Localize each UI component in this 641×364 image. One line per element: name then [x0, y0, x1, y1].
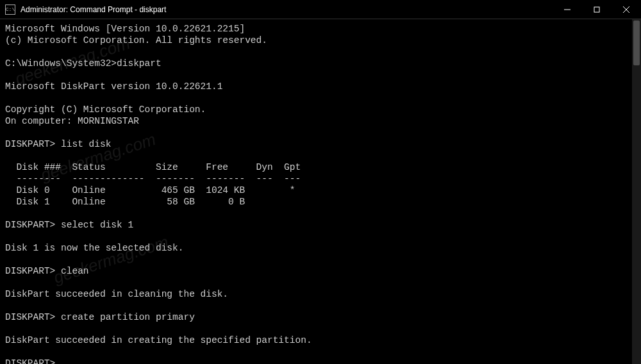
terminal-output[interactable]: Microsoft Windows [Version 10.0.22621.22…	[0, 19, 641, 364]
diskpart-prompt: DISKPART>	[5, 220, 55, 230]
titlebar: C:\ Administrator: Command Prompt - disk…	[0, 0, 641, 19]
close-button[interactable]	[612, 0, 641, 19]
command-select-disk: select disk 1	[61, 220, 133, 230]
window-title: Administrator: Command Prompt - diskpart	[21, 5, 553, 14]
diskpart-prompt: DISKPART>	[5, 358, 55, 364]
minimize-button[interactable]	[553, 0, 582, 19]
create-result: DiskPart succeeded in creating the speci…	[5, 335, 312, 345]
cmd-icon: C:\	[5, 4, 15, 15]
command-diskpart: diskpart	[117, 58, 162, 69]
window-controls	[553, 0, 641, 19]
clean-result: DiskPart succeeded in cleaning the disk.	[5, 289, 228, 299]
command-clean: clean	[61, 266, 89, 276]
disk-table-row: Disk 1 Online 58 GB 0 B	[5, 197, 245, 207]
diskpart-copyright: Copyright (C) Microsoft Corporation.	[5, 104, 206, 115]
select-result: Disk 1 is now the selected disk.	[5, 243, 183, 253]
maximize-button[interactable]	[582, 0, 612, 19]
scrollbar-track[interactable]	[632, 19, 641, 364]
diskpart-prompt: DISKPART>	[5, 312, 55, 322]
svg-rect-1	[594, 7, 599, 12]
command-create-partition: create partition primary	[61, 312, 195, 322]
shell-prompt: C:\Windows\System32>	[5, 58, 117, 69]
disk-table-row: Disk 0 Online 465 GB 1024 KB *	[5, 185, 295, 195]
disk-table-divider: -------- ------------- ------- ------- -…	[5, 174, 301, 184]
scrollbar-thumb[interactable]	[633, 21, 640, 65]
diskpart-prompt: DISKPART>	[5, 266, 55, 276]
copyright-line: (c) Microsoft Corporation. All rights re…	[5, 35, 267, 46]
diskpart-version: Microsoft DiskPart version 10.0.22621.1	[5, 81, 222, 92]
disk-table-header: Disk ### Status Size Free Dyn Gpt	[5, 162, 301, 172]
computer-name-line: On computer: MORNINGSTAR	[5, 116, 139, 126]
os-version-line: Microsoft Windows [Version 10.0.22621.22…	[5, 24, 245, 34]
diskpart-prompt: DISKPART>	[5, 139, 55, 149]
command-list-disk: list disk	[61, 139, 111, 149]
